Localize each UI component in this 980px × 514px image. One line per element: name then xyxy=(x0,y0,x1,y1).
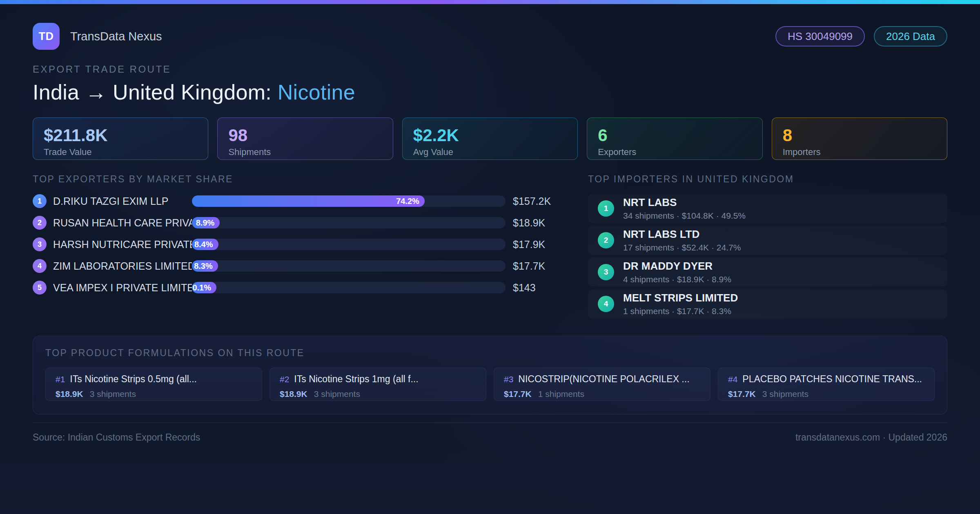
exporter-row: 5 VEA IMPEX I PRIVATE LIMITED 0.1% $143 xyxy=(33,280,563,295)
importer-card: 2 NRT LABS LTD 17 shipments · $52.4K · 2… xyxy=(588,226,947,255)
hs-code-badge[interactable]: HS 30049099 xyxy=(775,26,865,47)
exporter-name: RUSAN HEALTH CARE PRIVATE ... xyxy=(47,217,192,229)
importer-card: 4 MELT STRIPS LIMITED 1 shipments · $17.… xyxy=(588,289,947,319)
brand: TD TransData Nexus xyxy=(33,23,162,50)
app-name: TransData Nexus xyxy=(70,30,162,43)
rank-badge: 3 xyxy=(33,237,47,251)
market-share-bar-fill: 8.9% xyxy=(192,217,220,228)
product-value: $18.9K xyxy=(280,389,307,399)
stat-value: $2.2K xyxy=(413,126,567,145)
product-meta-row: $18.9K 3 shipments xyxy=(56,389,252,399)
page-title-main: India → United Kingdom: xyxy=(33,80,278,104)
market-share-bar-track: 0.1% xyxy=(192,282,506,293)
product-meta-row: $17.7K 3 shipments xyxy=(728,389,924,399)
importer-meta: 17 shipments · $52.4K · 24.7% xyxy=(623,243,741,253)
product-rank: #1 xyxy=(56,374,65,384)
page-title-accent: Nicotine xyxy=(278,80,355,104)
importer-card: 3 DR MADDY DYER 4 shipments · $18.9K · 8… xyxy=(588,257,947,287)
market-share-bar-track: 8.4% xyxy=(192,239,506,250)
product-card: #3 NICOSTRIP(NICOTINE POLACRILEX ... $17… xyxy=(494,368,710,401)
stat-label: Importers xyxy=(783,147,936,157)
product-title-row: #2 ITs Nicotine Strips 1mg (all f... xyxy=(280,374,476,385)
header: TD TransData Nexus HS 30049099 2026 Data xyxy=(33,23,947,50)
exporter-row: 2 RUSAN HEALTH CARE PRIVATE ... 8.9% $18… xyxy=(33,215,563,230)
importer-name: DR MADDY DYER xyxy=(623,260,731,273)
market-share-bar-fill: 0.1% xyxy=(192,282,216,293)
rank-badge: 4 xyxy=(33,259,47,273)
product-shipments: 3 shipments xyxy=(762,389,808,399)
exporter-name: ZIM LABORATORIES LIMITED xyxy=(47,260,192,272)
stat-value: $211.8K xyxy=(44,126,197,145)
importer-meta: 1 shipments · $17.7K · 8.3% xyxy=(623,306,738,316)
market-share-bar-fill: 74.2% xyxy=(192,195,425,207)
importers-section: TOP IMPORTERS IN UNITED KINGDOM 1 NRT LA… xyxy=(588,174,947,321)
exporters-section: TOP EXPORTERS BY MARKET SHARE 1 D.RIKU T… xyxy=(33,174,563,302)
market-share-bar-track: 74.2% xyxy=(192,195,506,207)
market-share-percent: 8.4% xyxy=(194,240,218,249)
stat-card-exporters: 6 Exporters xyxy=(587,117,762,160)
rank-badge: 2 xyxy=(598,232,614,248)
product-card: #1 ITs Nicotine Strips 0.5mg (all... $18… xyxy=(45,368,262,401)
importer-card: 1 NRT LABS 34 shipments · $104.8K · 49.5… xyxy=(588,194,947,223)
page-title: India → United Kingdom: Nicotine xyxy=(33,80,947,104)
exporter-value: $157.2K xyxy=(513,195,563,207)
rank-badge: 1 xyxy=(598,200,614,217)
importer-meta: 34 shipments · $104.8K · 49.5% xyxy=(623,211,746,221)
products-panel: TOP PRODUCT FORMULATIONS ON THIS ROUTE #… xyxy=(33,336,947,414)
product-value: $18.9K xyxy=(56,389,83,399)
rank-badge: 1 xyxy=(33,194,47,208)
stat-card-importers: 8 Importers xyxy=(772,117,947,160)
stat-card-trade-value: $211.8K Trade Value xyxy=(33,117,208,160)
market-share-bar-track: 8.3% xyxy=(192,260,506,272)
product-card: #4 PLACEBO PATCHES NICOTINE TRANS... $17… xyxy=(718,368,935,401)
product-meta-row: $17.7K 1 shipments xyxy=(504,389,700,399)
exporter-row: 4 ZIM LABORATORIES LIMITED 8.3% $17.7K xyxy=(33,259,563,273)
market-share-bar-fill: 8.3% xyxy=(192,260,218,272)
product-card: #2 ITs Nicotine Strips 1mg (all f... $18… xyxy=(270,368,486,401)
stat-value: 8 xyxy=(783,126,936,145)
main-columns: TOP EXPORTERS BY MARKET SHARE 1 D.RIKU T… xyxy=(33,174,947,321)
market-share-bar-track: 8.9% xyxy=(192,217,506,228)
importer-info: NRT LABS 34 shipments · $104.8K · 49.5% xyxy=(623,196,746,221)
product-title-row: #1 ITs Nicotine Strips 0.5mg (all... xyxy=(56,374,252,385)
data-year-badge[interactable]: 2026 Data xyxy=(874,26,947,47)
footer-site: transdatanexus.com · Updated 2026 xyxy=(795,432,947,443)
rank-badge: 4 xyxy=(598,296,614,312)
importer-info: NRT LABS LTD 17 shipments · $52.4K · 24.… xyxy=(623,228,741,253)
product-value: $17.7K xyxy=(504,389,532,399)
stat-label: Trade Value xyxy=(44,147,197,157)
importer-info: MELT STRIPS LIMITED 1 shipments · $17.7K… xyxy=(623,292,738,316)
product-shipments: 3 shipments xyxy=(90,389,136,399)
product-value: $17.7K xyxy=(728,389,756,399)
product-shipments: 3 shipments xyxy=(314,389,360,399)
importer-name: NRT LABS LTD xyxy=(623,228,741,241)
market-share-bar-fill: 8.4% xyxy=(192,239,218,250)
top-accent-bar xyxy=(0,0,980,4)
product-name: NICOSTRIP(NICOTINE POLACRILEX ... xyxy=(518,374,689,385)
eyebrow-label: EXPORT TRADE ROUTE xyxy=(33,64,947,75)
stat-value: 6 xyxy=(598,126,751,145)
product-rank: #3 xyxy=(504,374,513,384)
footer: Source: Indian Customs Export Records tr… xyxy=(33,423,947,443)
product-meta-row: $18.9K 3 shipments xyxy=(280,389,476,399)
importer-name: NRT LABS xyxy=(623,196,746,209)
stat-label: Avg Value xyxy=(413,147,567,157)
exporter-value: $143 xyxy=(513,282,563,294)
importer-meta: 4 shipments · $18.9K · 8.9% xyxy=(623,275,731,284)
product-title-row: #3 NICOSTRIP(NICOTINE POLACRILEX ... xyxy=(504,374,700,385)
footer-source: Source: Indian Customs Export Records xyxy=(33,432,200,443)
product-name: PLACEBO PATCHES NICOTINE TRANS... xyxy=(742,374,922,385)
exporter-name: VEA IMPEX I PRIVATE LIMITED xyxy=(47,282,192,294)
stat-card-shipments: 98 Shipments xyxy=(217,117,393,160)
product-rank: #2 xyxy=(280,374,289,384)
stat-value: 98 xyxy=(228,126,382,145)
stat-label: Shipments xyxy=(228,147,382,157)
product-title-row: #4 PLACEBO PATCHES NICOTINE TRANS... xyxy=(728,374,924,385)
exporter-row: 1 D.RIKU TAZGI EXIM LLP 74.2% $157.2K xyxy=(33,194,563,208)
market-share-percent: 74.2% xyxy=(396,197,425,206)
exporter-value: $18.9K xyxy=(513,217,563,229)
product-name: ITs Nicotine Strips 0.5mg (all... xyxy=(70,374,197,385)
exporter-value: $17.9K xyxy=(513,239,563,250)
rank-badge: 3 xyxy=(598,264,614,280)
exporter-name: D.RIKU TAZGI EXIM LLP xyxy=(47,195,192,207)
